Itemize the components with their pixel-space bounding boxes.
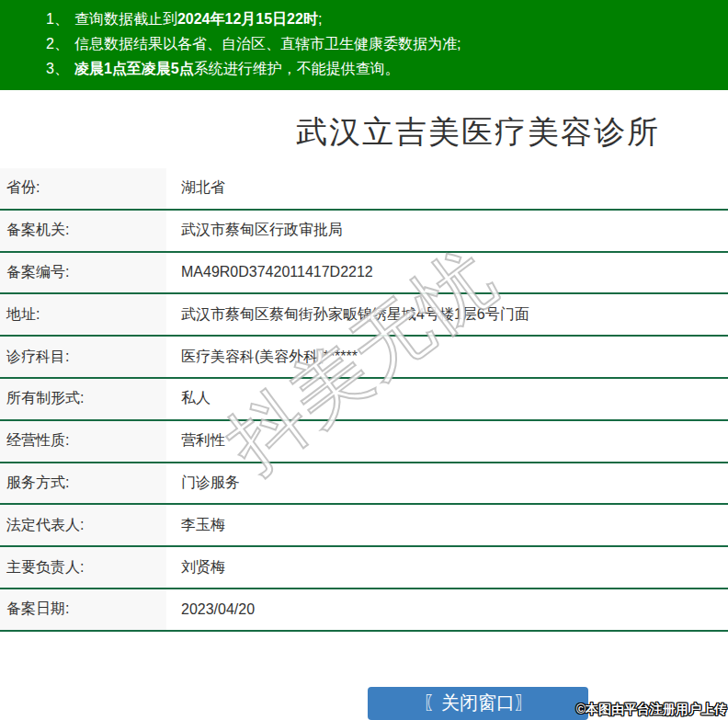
notice-text: 查询数据截止到 — [74, 11, 177, 27]
notice-number: 3、 — [46, 61, 69, 76]
notice-number: 2、 — [46, 36, 69, 51]
table-row-main-person-in-charge: 主要负责人: 刘贤梅 — [0, 547, 728, 589]
row-label: 备案编号: — [0, 253, 166, 293]
row-value: 武汉市蔡甸区蔡甸街孙家畈锦绣星城4号楼1层6号门面 — [166, 294, 529, 335]
close-window-button[interactable]: 〖关闭窗口〗 — [368, 687, 588, 720]
notice-line-1: 1、查询数据截止到2024年12月15日22时; — [46, 6, 728, 31]
table-row-legal-representative: 法定代表人: 李玉梅 — [0, 505, 728, 547]
row-label: 备案日期: — [0, 589, 166, 630]
table-row-business-nature: 经营性质: 营利性 — [0, 421, 728, 463]
row-label: 地址: — [0, 294, 166, 335]
row-value: 营利性 — [166, 421, 225, 462]
row-value: 刘贤梅 — [166, 547, 225, 588]
row-label: 主要负责人: — [0, 547, 166, 588]
notice-text: 系统进行维护，不能提供查询。 — [194, 61, 400, 76]
table-row-service-mode: 服务方式: 门诊服务 — [0, 463, 728, 506]
notice-banner: 1、查询数据截止到2024年12月15日22时; 2、信息数据结果以各省、自治区… — [0, 0, 728, 90]
table-row-filing-number: 备案编号: MA49R0D3742011417D2212 — [0, 253, 728, 295]
record-table: 省份: 湖北省 备案机关: 武汉市蔡甸区行政审批局 备案编号: MA49R0D3… — [0, 168, 728, 632]
row-value: 门诊服务 — [166, 463, 240, 504]
row-label: 备案机关: — [0, 211, 166, 251]
row-label: 经营性质: — [0, 421, 166, 462]
row-label: 诊疗科目: — [0, 337, 166, 377]
row-label: 服务方式: — [0, 463, 166, 504]
table-row-address: 地址: 武汉市蔡甸区蔡甸街孙家畈锦绣星城4号楼1层6号门面 — [0, 294, 728, 337]
notice-bold-text: 2024年12月15日22时 — [177, 11, 318, 27]
row-label: 省份: — [0, 168, 166, 209]
table-row-ownership-form: 所有制形式: 私人 — [0, 379, 728, 421]
record-content: 武汉立吉美医疗美容诊所 省份: 湖北省 备案机关: 武汉市蔡甸区行政审批局 备案… — [0, 116, 728, 720]
notice-number: 1、 — [46, 11, 69, 27]
row-label: 法定代表人: — [0, 505, 166, 545]
row-value: 李玉梅 — [166, 505, 225, 545]
row-value: 2023/04/20 — [166, 589, 255, 630]
table-row-filing-date: 备案日期: 2023/04/20 — [0, 589, 728, 632]
row-value: 私人 — [166, 379, 210, 419]
notice-bold-text: 凌晨1点至凌晨5点 — [74, 61, 194, 76]
table-row-filing-authority: 备案机关: 武汉市蔡甸区行政审批局 — [0, 211, 728, 253]
table-row-province: 省份: 湖北省 — [0, 168, 728, 211]
row-value: 医疗美容科(美容外科)****** — [166, 337, 358, 377]
notice-line-2: 2、信息数据结果以各省、自治区、直辖市卫生健康委数据为准; — [46, 31, 728, 56]
notice-text: ; — [318, 11, 322, 27]
notice-line-3: 3、凌晨1点至凌晨5点系统进行维护，不能提供查询。 — [46, 56, 728, 81]
table-row-diagnosis-subjects: 诊疗科目: 医疗美容科(美容外科)****** — [0, 337, 728, 379]
notice-text: 信息数据结果以各省、自治区、直辖市卫生健康委数据为准; — [74, 36, 461, 51]
row-label: 所有制形式: — [0, 379, 166, 419]
row-value: 湖北省 — [166, 168, 225, 209]
row-value: 武汉市蔡甸区行政审批局 — [166, 211, 343, 251]
uploader-stamp: ©本图由平台注册用户上传 — [576, 702, 727, 718]
row-value: MA49R0D3742011417D2212 — [166, 253, 373, 293]
clinic-title: 武汉立吉美医疗美容诊所 — [0, 116, 728, 148]
